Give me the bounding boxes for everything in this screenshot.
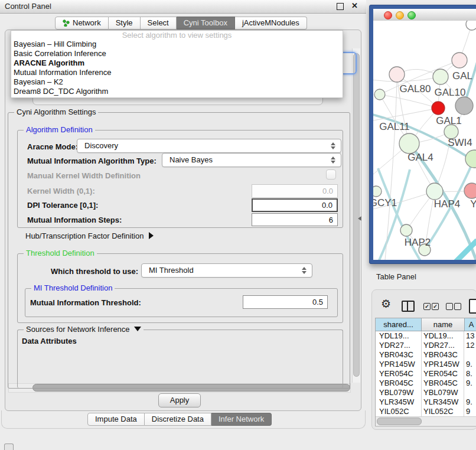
sources-group: Sources for Network Inference Data Attri… bbox=[17, 330, 343, 388]
manual-kernel-label: Manual Kernel Width Definition bbox=[27, 171, 141, 180]
panel-collapse-handle[interactable] bbox=[358, 216, 361, 221]
manual-kernel-checkbox[interactable] bbox=[326, 169, 336, 180]
tab-cyni-toolbox[interactable]: Cyni Toolbox bbox=[177, 17, 235, 30]
checked-checkbox-icon[interactable]: ✓ bbox=[432, 303, 439, 310]
menu-item[interactable]: Bayesian – K2 bbox=[11, 77, 343, 87]
table-cell: 9 bbox=[466, 407, 470, 416]
control-panel-title: Control Panel bbox=[5, 2, 51, 11]
network-node[interactable] bbox=[433, 69, 448, 84]
mi-threshold-definition-title: MI Threshold Definition bbox=[31, 283, 115, 292]
table-cell: YPR145W bbox=[379, 360, 415, 369]
algorithm-definition-title: Algorithm Definition bbox=[24, 125, 95, 134]
kernel-width-field[interactable]: 0.0 bbox=[252, 184, 338, 198]
sources-title[interactable]: Sources for Network Inference bbox=[24, 325, 144, 334]
mi-threshold-label: Mutual Information Threshold: bbox=[30, 298, 141, 307]
mi-algorithm-type-select[interactable]: Naive Bayes bbox=[162, 153, 341, 167]
threshold-definition-group: Threshold Definition Which threshold to … bbox=[17, 253, 343, 323]
minimize-traffic-light-icon[interactable] bbox=[396, 11, 404, 19]
network-view[interactable]: GALGAL80GAL10GAL1SWI4GAL11GAL4GCY1HAP4YH… bbox=[373, 21, 476, 260]
table-row[interactable]: YBR045CYBR045C9. bbox=[376, 379, 476, 388]
table-row[interactable]: YBR043CYBR043C bbox=[376, 350, 476, 360]
network-node[interactable] bbox=[373, 186, 382, 197]
table-cell: 13 bbox=[466, 331, 474, 341]
stepper-arrows-icon bbox=[302, 267, 307, 274]
tab-select[interactable]: Select bbox=[141, 17, 177, 30]
table-panel: ⚙ ✓ ✓ shared... name A YDL19...YDL19...1… bbox=[371, 289, 476, 430]
table-horizontal-scrollbar[interactable] bbox=[376, 416, 476, 425]
settings-vertical-scrollbar[interactable] bbox=[352, 48, 360, 383]
menu-item[interactable]: Bayesian – Hill Climbing bbox=[11, 40, 343, 49]
algorithm-dropdown-popup: Select algorithm to view settings Bayesi… bbox=[11, 30, 343, 98]
menu-item[interactable]: Dream8 DC_TDC Algorithm bbox=[11, 87, 343, 96]
column-header-name[interactable]: name bbox=[421, 318, 464, 331]
column-header-partial[interactable]: A bbox=[464, 318, 476, 331]
mi-steps-field[interactable]: 6 bbox=[252, 213, 338, 226]
tab-style[interactable]: Style bbox=[109, 17, 141, 30]
table-cell: 9. bbox=[466, 360, 472, 369]
tab-discretize-data[interactable]: Discretize Data bbox=[145, 413, 211, 426]
close-icon[interactable]: ✕ bbox=[351, 1, 358, 10]
table-row[interactable]: YER054CYER054C8. bbox=[376, 369, 476, 379]
close-traffic-light-icon[interactable] bbox=[384, 11, 392, 19]
table-row[interactable]: YDR27...YDR27...12 bbox=[376, 341, 476, 350]
network-window-titlebar[interactable] bbox=[373, 9, 476, 21]
gear-icon[interactable]: ⚙ bbox=[381, 297, 391, 310]
tab-network[interactable]: Network bbox=[55, 17, 109, 30]
network-node[interactable] bbox=[389, 67, 405, 82]
network-node[interactable] bbox=[374, 89, 385, 100]
unchecked-checkbox-icon[interactable] bbox=[454, 303, 461, 310]
unchecked-checkbox-icon[interactable] bbox=[446, 303, 453, 310]
table-cell: YBR043C bbox=[379, 350, 413, 360]
node-label: HAP2 bbox=[405, 237, 431, 248]
zoom-traffic-light-icon[interactable] bbox=[407, 11, 416, 19]
menu-item[interactable]: ARACNE Algorithm bbox=[11, 58, 343, 68]
table-row[interactable]: YBL079WYBL079W bbox=[376, 388, 476, 397]
hub-section-label: Hub/Transcription Factor Definition bbox=[25, 231, 144, 240]
tab-infer-network[interactable]: Infer Network bbox=[211, 413, 272, 426]
tab-label: Discretize Data bbox=[152, 413, 204, 425]
mi-steps-label: Mutual Information Steps: bbox=[27, 216, 122, 224]
which-threshold-select[interactable]: MI Threshold bbox=[141, 263, 312, 278]
network-node[interactable] bbox=[452, 53, 467, 68]
table-panel-title: Table Panel bbox=[376, 272, 416, 281]
float-window-icon[interactable] bbox=[337, 3, 344, 10]
table-cell: YLR345W bbox=[379, 397, 414, 407]
tab-impute-data[interactable]: Impute Data bbox=[87, 413, 145, 426]
checked-checkbox-icon[interactable]: ✓ bbox=[423, 303, 431, 310]
split-columns-icon[interactable] bbox=[402, 301, 415, 312]
apply-button[interactable]: Apply bbox=[158, 393, 201, 407]
table-row[interactable]: YPR145WYPR145W9. bbox=[376, 360, 476, 369]
network-canvas[interactable]: GALGAL80GAL10GAL1SWI4GAL11GAL4GCY1HAP4YH… bbox=[373, 21, 476, 260]
table-row[interactable]: YIL052CYIL052C9 bbox=[376, 407, 476, 416]
scrollbar-thumb[interactable] bbox=[377, 418, 422, 425]
selected-value: Naive Bayes bbox=[169, 155, 213, 164]
menu-item[interactable]: Mutual Information Inference bbox=[11, 68, 343, 77]
network-node[interactable] bbox=[432, 102, 445, 115]
node-label: GAL bbox=[452, 70, 472, 81]
menu-item[interactable]: Basic Correlation Inference bbox=[11, 49, 343, 58]
tab-jactivemnodules[interactable]: jActiveMNodules bbox=[235, 17, 307, 30]
dpi-tolerance-field[interactable]: 0.0 bbox=[252, 198, 338, 212]
network-node[interactable] bbox=[426, 183, 443, 200]
network-node[interactable] bbox=[399, 133, 419, 154]
node-label: Y bbox=[470, 198, 476, 210]
scrollbar-thumb[interactable] bbox=[353, 53, 360, 377]
node-label: GCY1 bbox=[373, 197, 397, 208]
network-node[interactable] bbox=[455, 97, 473, 115]
mi-threshold-field[interactable]: 0.5 bbox=[243, 295, 328, 309]
node-label: GAL11 bbox=[379, 121, 410, 132]
table-row[interactable]: YDL19...YDL19...13 bbox=[376, 331, 476, 341]
aracne-mode-select[interactable]: Discovery bbox=[77, 139, 341, 153]
column-header-shared-name[interactable]: shared... bbox=[376, 318, 421, 331]
table-row[interactable]: YLR345WYLR345W9. bbox=[376, 397, 476, 407]
hub-section-toggle[interactable]: Hub/Transcription Factor Definition bbox=[25, 231, 154, 240]
network-node[interactable] bbox=[464, 183, 476, 198]
document-icon[interactable] bbox=[469, 299, 476, 314]
network-node[interactable] bbox=[466, 21, 476, 30]
expand-arrow-icon bbox=[149, 232, 154, 239]
network-node[interactable] bbox=[465, 150, 476, 168]
node-table: shared... name A YDL19...YDL19...13YDR27… bbox=[375, 318, 476, 426]
dropdown-placeholder: Select algorithm to view settings bbox=[11, 31, 343, 40]
network-node[interactable] bbox=[400, 224, 412, 236]
node-label: GAL1 bbox=[436, 115, 461, 126]
